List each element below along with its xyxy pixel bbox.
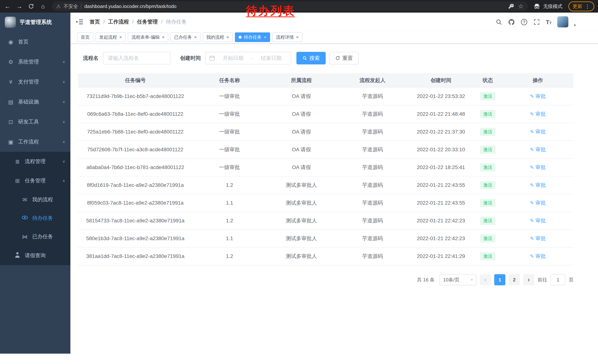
close-icon[interactable]: × (119, 35, 122, 40)
cell-status: 激活 (473, 176, 502, 194)
approve-link[interactable]: ✎ 审批 (530, 253, 546, 260)
sidebar-item-leave-query[interactable]: 请假查询 (0, 246, 70, 265)
table-row: 75d72608-7b7f-11ec-a3c8-acde48001122 一级审… (78, 141, 573, 159)
sidebar-item-process-management[interactable]: ≣ 流程管理 ∨ (0, 152, 70, 171)
sidebar-item-done-tasks[interactable]: ⋈ 已办任务 (0, 227, 70, 246)
table-row: 381aa1dd-7ac8-11ec-a9e2-a2380e71991a 1.2… (78, 247, 573, 265)
cell-status: 激活 (473, 247, 502, 265)
breadcrumb-home[interactable]: 首页 (90, 18, 100, 25)
prev-page-button[interactable]: ‹ (480, 274, 491, 285)
table-row: 8f0d1619-7ac8-11ec-a9e2-a2380e71991a 1.2… (78, 176, 573, 194)
page-button-1[interactable]: 1 (494, 274, 505, 285)
cell-initiator: 芋道源码 (337, 176, 408, 194)
cell-process: OA 请假 (266, 105, 337, 123)
cell-actions: ✎ 审批 (502, 87, 573, 105)
cell-process: OA 请假 (266, 159, 337, 176)
breadcrumb-workflow[interactable]: 工作流程 (108, 18, 129, 25)
search-button[interactable]: 搜索 (296, 52, 326, 65)
cell-initiator: 芋道源码 (337, 247, 408, 265)
date-range-picker[interactable]: 开始日期 - 结束日期 (205, 52, 291, 65)
approve-link[interactable]: ✎ 审批 (530, 111, 546, 118)
close-icon[interactable]: × (264, 35, 266, 40)
tab-home[interactable]: 首页 (77, 32, 93, 42)
reset-button[interactable]: 重置 (329, 52, 359, 65)
bookmark-star-icon[interactable]: ☆ (518, 3, 523, 10)
cell-actions: ✎ 审批 (502, 230, 573, 247)
approve-link[interactable]: ✎ 审批 (530, 164, 546, 171)
url-bar[interactable]: ⚠ 不安全 dashboard.yudao.iocoder.cn/bpm/tas… (52, 1, 528, 11)
close-icon[interactable]: × (296, 35, 299, 40)
next-page-button[interactable]: › (523, 274, 534, 285)
sidebar-item-system[interactable]: ⚙ 系统管理 ∨ (0, 52, 70, 72)
refresh-icon[interactable] (26, 1, 36, 11)
process-name-input[interactable] (103, 52, 170, 65)
person-icon (14, 252, 21, 259)
chevron-up-icon: ∧ (62, 140, 65, 144)
page-button-2[interactable]: 2 (509, 274, 520, 285)
cell-process: OA 请假 (266, 123, 337, 141)
cell-initiator: 芋道源码 (337, 105, 408, 123)
close-icon[interactable]: × (162, 35, 165, 40)
cell-task-name: 一级审批 (193, 105, 266, 123)
search-icon[interactable] (495, 18, 502, 25)
approve-link[interactable]: ✎ 审批 (530, 199, 546, 206)
cell-task-name: 一级审批 (193, 87, 266, 105)
approve-link[interactable]: ✎ 审批 (530, 128, 546, 135)
approve-link[interactable]: ✎ 审批 (530, 235, 546, 242)
status-badge: 激活 (480, 181, 496, 189)
close-icon[interactable]: × (194, 35, 197, 40)
sidebar-item-my-process[interactable]: ✉ 我的流程 (0, 190, 70, 209)
status-badge: 激活 (480, 146, 496, 154)
tab-process-detail[interactable]: 流程详情 × (272, 32, 302, 42)
message-icon: ✉ (22, 196, 28, 203)
cell-create-time: 2022-01-21 22:43:55 (408, 176, 473, 194)
forward-icon[interactable]: → (14, 1, 25, 11)
approve-link[interactable]: ✎ 审批 (530, 217, 546, 224)
total-count: 共 16 条 (417, 277, 435, 283)
cell-create-time: 2022-01-22 21:48:48 (408, 105, 473, 123)
tab-my-process[interactable]: 我的流程 × (203, 32, 233, 42)
cell-status: 激活 (473, 194, 502, 212)
cell-create-time: 2022-01-21 22:43:55 (408, 194, 473, 212)
browser-menu-icon[interactable]: ⋮ (585, 3, 590, 9)
cell-task-name: 一级审批 (193, 159, 266, 176)
approve-link[interactable]: ✎ 审批 (530, 93, 546, 100)
edit-icon: ✎ (530, 200, 534, 206)
approve-link[interactable]: ✎ 审批 (530, 146, 546, 153)
not-secure-warning-icon: ⚠ (56, 4, 61, 9)
password-key-icon[interactable] (508, 4, 514, 9)
avatar[interactable] (557, 16, 568, 27)
cell-process: 测试多审批人 (266, 212, 337, 230)
help-icon[interactable]: ? (521, 18, 528, 25)
browser-update-button[interactable]: 更新 ⋮ (568, 1, 594, 11)
cell-task-name: 1.1 (193, 194, 266, 212)
page-size-select[interactable]: 10条/页 ▾ (440, 274, 476, 285)
tab-todo-tasks[interactable]: 待办任务 × (235, 32, 270, 42)
avatar-caret-icon[interactable]: ▾ (574, 23, 576, 27)
sidebar-item-home[interactable]: ◉ 首页 (0, 32, 70, 52)
sidebar-item-task-management[interactable]: ⊞ 任务管理 ∧ (0, 171, 70, 190)
breadcrumb-task-management[interactable]: 任务管理 (137, 18, 158, 25)
fullscreen-icon[interactable] (533, 18, 540, 25)
tab-done-tasks[interactable]: 已办任务 × (170, 32, 200, 42)
tab-process-form-edit[interactable]: 流程表单-编辑 × (128, 32, 168, 42)
approve-link[interactable]: ✎ 审批 (530, 182, 546, 189)
browser-toolbar: ← → ⌂ ⚠ 不安全 dashboard.yudao.iocoder.cn/b… (0, 0, 598, 13)
sidebar-item-todo-tasks[interactable]: 待办任务 (0, 209, 70, 227)
edit-icon: ✎ (530, 111, 534, 117)
sidebar-item-devtools[interactable]: ⊡ 研发工具 ∨ (0, 112, 70, 132)
cell-task-id: 8f0d1619-7ac8-11ec-a9e2-a2380e71991a (78, 176, 193, 194)
goto-page-input[interactable] (551, 274, 565, 285)
font-size-icon[interactable]: TT (546, 19, 552, 25)
sidebar-collapse-icon[interactable] (75, 18, 84, 26)
sidebar-item-infra[interactable]: ▤ 基础设施 ∨ (0, 92, 70, 112)
home-icon[interactable]: ⌂ (38, 1, 48, 11)
app-logo-row[interactable]: 芋道管理系统 (0, 13, 70, 32)
sidebar-item-payment[interactable]: ¥ 支付管理 ∨ (0, 72, 70, 92)
tab-start-process[interactable]: 发起流程 × (96, 32, 126, 42)
cell-actions: ✎ 审批 (502, 105, 573, 123)
sidebar-item-workflow[interactable]: ▣ 工作流程 ∧ (0, 132, 70, 152)
back-icon[interactable]: ← (2, 1, 13, 11)
github-icon[interactable] (508, 18, 515, 25)
close-icon[interactable]: × (226, 35, 229, 40)
